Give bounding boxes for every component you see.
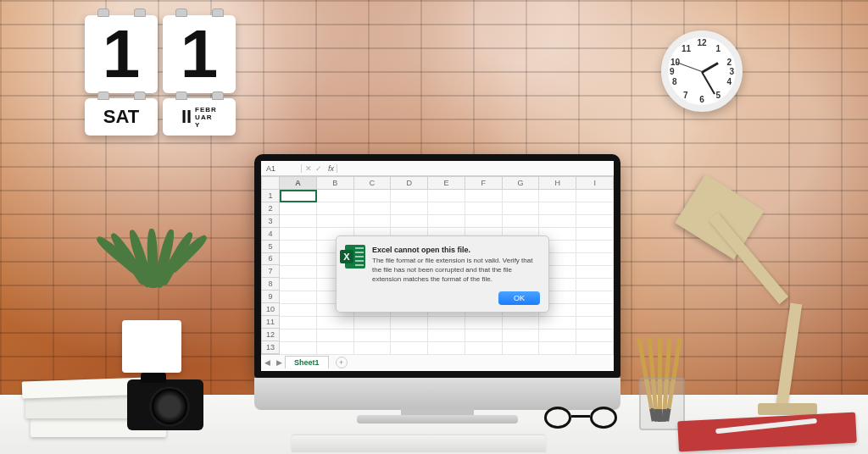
cell[interactable] <box>576 342 614 355</box>
column-header[interactable]: C <box>354 176 392 190</box>
cell[interactable] <box>428 190 465 202</box>
cell[interactable] <box>503 202 540 215</box>
fx-label[interactable]: fx <box>326 164 337 173</box>
cell[interactable] <box>503 342 540 355</box>
cell[interactable] <box>391 317 428 329</box>
cell[interactable] <box>465 215 503 228</box>
cell[interactable] <box>428 317 465 329</box>
cell[interactable] <box>391 202 428 215</box>
cell-a1[interactable] <box>280 190 317 202</box>
cell[interactable] <box>465 329 503 342</box>
cell[interactable] <box>465 190 503 202</box>
cell[interactable] <box>503 215 540 228</box>
ok-button[interactable]: OK <box>498 291 540 305</box>
column-header[interactable]: H <box>539 176 576 190</box>
cell[interactable] <box>280 304 317 317</box>
column-header[interactable]: F <box>465 176 503 190</box>
sheet-nav-left-icon[interactable]: ◀ <box>261 358 273 367</box>
cell[interactable] <box>576 241 614 253</box>
cell[interactable] <box>391 329 428 342</box>
cell[interactable] <box>576 215 614 228</box>
cell[interactable] <box>576 202 614 215</box>
row-header[interactable]: 7 <box>261 265 280 278</box>
column-header[interactable]: B <box>317 176 354 190</box>
row-header[interactable]: 2 <box>261 202 280 215</box>
cell[interactable] <box>354 317 392 329</box>
cell[interactable] <box>280 279 317 291</box>
cell[interactable] <box>576 317 614 329</box>
cell[interactable] <box>539 190 576 202</box>
cell[interactable] <box>317 190 354 202</box>
cell[interactable] <box>428 215 465 228</box>
row-header[interactable]: 12 <box>261 329 280 341</box>
row-header[interactable]: 1 <box>261 190 280 202</box>
cell[interactable] <box>576 266 614 279</box>
cell[interactable] <box>576 253 614 266</box>
cell[interactable] <box>391 190 428 202</box>
cell[interactable] <box>391 215 428 228</box>
row-header[interactable]: 3 <box>261 215 280 228</box>
cell[interactable] <box>428 202 465 215</box>
cell[interactable] <box>280 202 317 215</box>
cell[interactable] <box>503 190 540 202</box>
cell[interactable] <box>280 241 317 253</box>
cell[interactable] <box>465 202 503 215</box>
cell[interactable] <box>317 329 354 342</box>
select-all-corner[interactable] <box>261 176 280 190</box>
row-header[interactable]: 5 <box>261 241 280 253</box>
cell[interactable] <box>317 342 354 355</box>
row-header[interactable]: 9 <box>261 291 280 303</box>
cell[interactable] <box>576 190 614 202</box>
row-header[interactable]: 13 <box>261 341 280 354</box>
cell[interactable] <box>465 317 503 329</box>
row-header[interactable]: 8 <box>261 278 280 291</box>
column-header[interactable]: I <box>576 176 614 190</box>
name-box[interactable]: A1 <box>261 164 302 173</box>
cell[interactable] <box>576 304 614 317</box>
cell[interactable] <box>428 329 465 342</box>
cell[interactable] <box>280 317 317 329</box>
cell[interactable] <box>576 291 614 304</box>
cell[interactable] <box>280 291 317 304</box>
column-header[interactable]: E <box>428 176 465 190</box>
cell[interactable] <box>354 329 392 342</box>
cell[interactable] <box>280 253 317 266</box>
cell[interactable] <box>354 342 392 355</box>
cell[interactable] <box>317 317 354 329</box>
cell[interactable] <box>539 317 576 329</box>
cell[interactable] <box>539 215 576 228</box>
sheet-tab[interactable]: Sheet1 <box>285 356 329 368</box>
cell[interactable] <box>539 342 576 355</box>
row-header[interactable]: 10 <box>261 303 280 316</box>
cell[interactable] <box>465 342 503 355</box>
cell[interactable] <box>280 329 317 342</box>
column-header[interactable]: G <box>503 176 540 190</box>
row-header[interactable]: 11 <box>261 316 280 329</box>
formula-cancel-icon[interactable]: ✕ <box>305 164 312 173</box>
cell[interactable] <box>539 202 576 215</box>
cell[interactable] <box>354 215 392 228</box>
cell[interactable] <box>280 215 317 228</box>
cell[interactable] <box>280 228 317 241</box>
add-sheet-button[interactable]: + <box>336 357 348 368</box>
cell[interactable] <box>280 342 317 355</box>
formula-confirm-icon[interactable]: ✓ <box>315 164 322 173</box>
cell[interactable] <box>354 202 392 215</box>
cell[interactable] <box>391 342 428 355</box>
row-header[interactable]: 6 <box>261 253 280 266</box>
cell[interactable] <box>280 266 317 279</box>
cell[interactable] <box>503 317 540 329</box>
cell[interactable] <box>539 329 576 342</box>
cell[interactable] <box>354 190 392 202</box>
column-header[interactable]: A <box>280 176 317 190</box>
cell[interactable] <box>576 228 614 241</box>
cell[interactable] <box>576 279 614 291</box>
cell[interactable] <box>503 329 540 342</box>
cell[interactable] <box>317 215 354 228</box>
column-header[interactable]: D <box>391 176 428 190</box>
cell[interactable] <box>317 202 354 215</box>
cell[interactable] <box>428 342 465 355</box>
row-header[interactable]: 4 <box>261 228 280 241</box>
sheet-nav-right-icon[interactable]: ▶ <box>273 358 285 367</box>
cell[interactable] <box>576 329 614 342</box>
